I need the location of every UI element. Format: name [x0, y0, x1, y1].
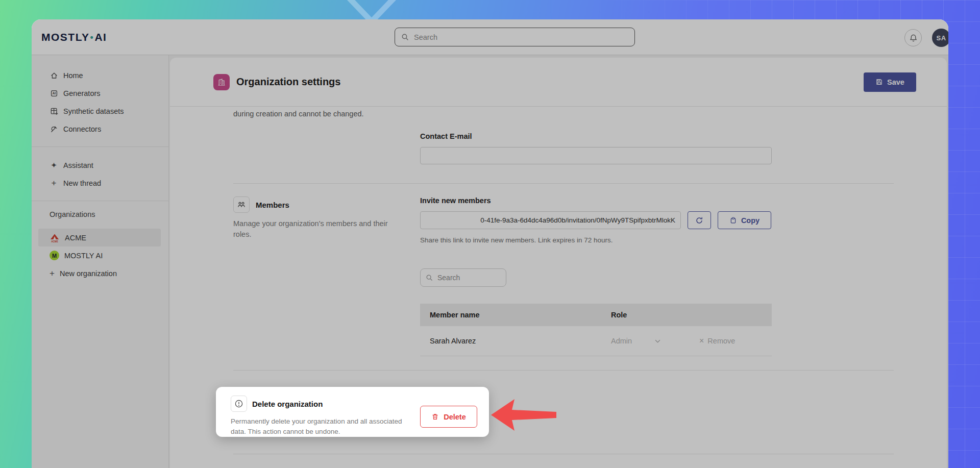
- delete-organization-description: Permanently delete your organization and…: [231, 416, 407, 436]
- alert-circle-icon: [231, 396, 247, 412]
- delete-organization-button[interactable]: Delete: [420, 406, 477, 428]
- tutorial-dim-overlay: [32, 19, 948, 468]
- tutorial-arrow-pointer: [491, 399, 557, 431]
- delete-button-label: Delete: [444, 413, 466, 421]
- delete-organization-card: Delete organization Permanently delete y…: [216, 387, 489, 437]
- trash-icon: [431, 413, 439, 421]
- delete-organization-title: Delete organization: [252, 400, 323, 408]
- app-window: MOSTLY•AI SA Home AI Generators Syntheti…: [32, 19, 948, 468]
